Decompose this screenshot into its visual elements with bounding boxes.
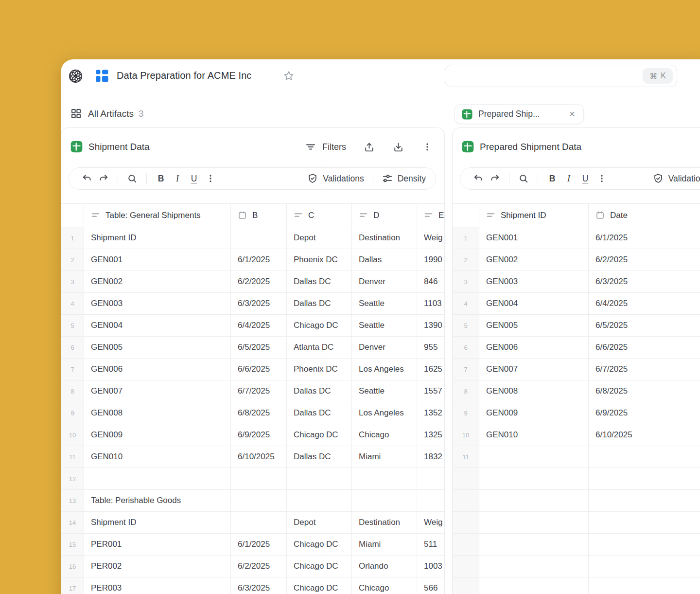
cell[interactable] xyxy=(589,556,700,577)
cell[interactable]: GEN007 xyxy=(479,359,589,380)
format-more-button[interactable] xyxy=(594,170,610,187)
cell[interactable]: 6/8/2025 xyxy=(589,380,700,402)
favorite-star-icon[interactable] xyxy=(282,70,295,82)
bold-button[interactable]: B xyxy=(153,170,169,187)
cell[interactable]: Depot xyxy=(287,227,352,249)
validations-button[interactable]: Validations xyxy=(653,173,700,184)
cell[interactable] xyxy=(479,468,589,489)
cell[interactable]: Seattle xyxy=(352,293,417,314)
cell[interactable]: 6/2/2025 xyxy=(231,271,287,292)
cell[interactable]: Dallas DC xyxy=(287,446,352,468)
global-search[interactable]: ⌘ K xyxy=(445,65,677,87)
cell[interactable]: 846 xyxy=(417,271,444,292)
cell[interactable]: 6/3/2025 xyxy=(589,271,700,292)
cell[interactable]: Dallas DC xyxy=(287,293,352,314)
row-number[interactable]: 7 xyxy=(61,359,84,380)
cell[interactable] xyxy=(479,490,589,511)
row-number[interactable]: 2 xyxy=(61,249,84,270)
cell[interactable]: Chicago DC xyxy=(287,534,352,555)
cell[interactable]: PER002 xyxy=(84,556,231,577)
filters-button[interactable]: Filters xyxy=(305,142,346,152)
cell[interactable]: 6/5/2025 xyxy=(589,315,700,336)
cell[interactable]: 6/2/2025 xyxy=(231,556,287,577)
column-header-e[interactable]: E xyxy=(417,204,444,227)
cell[interactable]: 6/1/2025 xyxy=(589,227,700,249)
cell[interactable] xyxy=(417,490,444,511)
row-number[interactable] xyxy=(453,556,479,577)
cell[interactable]: Weig xyxy=(417,227,444,249)
tab-prepared-shipment-data[interactable]: Prepared Ship... ✕ xyxy=(455,104,584,124)
cell[interactable]: Chicago xyxy=(352,577,417,594)
cell[interactable]: GEN008 xyxy=(84,402,231,424)
cell[interactable]: Dallas DC xyxy=(287,402,352,424)
tab-close-icon[interactable]: ✕ xyxy=(567,109,578,119)
cell[interactable]: 6/3/2025 xyxy=(231,293,287,314)
cell[interactable]: 6/9/2025 xyxy=(589,402,700,424)
cell[interactable]: 1003 xyxy=(417,556,444,577)
density-button[interactable]: Density xyxy=(382,173,426,184)
cell[interactable]: 6/8/2025 xyxy=(231,402,287,424)
cell[interactable]: GEN005 xyxy=(479,315,589,336)
cell[interactable] xyxy=(417,468,444,489)
cell[interactable]: 6/6/2025 xyxy=(589,337,700,358)
row-number[interactable]: 11 xyxy=(61,446,84,468)
cell[interactable]: 6/9/2025 xyxy=(231,424,287,446)
cell[interactable]: 566 xyxy=(417,577,444,594)
cell[interactable]: 1557 xyxy=(417,380,444,402)
cell[interactable]: 1103 xyxy=(417,293,444,314)
row-number[interactable]: 6 xyxy=(453,337,479,358)
cell[interactable]: Denver xyxy=(352,337,417,358)
cell[interactable]: GEN003 xyxy=(479,271,589,292)
cell[interactable]: 6/2/2025 xyxy=(589,249,700,270)
cell[interactable]: GEN004 xyxy=(84,315,231,336)
cell[interactable]: Chicago DC xyxy=(287,556,352,577)
cell[interactable]: GEN002 xyxy=(479,249,589,270)
row-number[interactable]: 5 xyxy=(453,315,479,336)
cell[interactable]: 6/3/2025 xyxy=(231,577,287,594)
cell[interactable]: GEN006 xyxy=(84,359,231,380)
row-number[interactable]: 4 xyxy=(61,293,84,314)
cell[interactable]: GEN010 xyxy=(479,424,589,446)
cell[interactable]: Seattle xyxy=(352,315,417,336)
cell[interactable]: Chicago DC xyxy=(287,577,352,594)
all-artifacts-button[interactable]: All Artifacts 3 xyxy=(70,108,144,119)
cell[interactable]: Chicago DC xyxy=(287,315,352,336)
row-number[interactable] xyxy=(453,490,479,511)
row-number[interactable]: 8 xyxy=(61,380,84,402)
search-cells-button[interactable] xyxy=(515,170,532,187)
row-number[interactable]: 13 xyxy=(61,490,84,511)
cell[interactable]: GEN005 xyxy=(84,337,231,358)
cell[interactable]: 6/4/2025 xyxy=(589,293,700,314)
row-number[interactable]: 7 xyxy=(453,359,479,380)
italic-button[interactable]: I xyxy=(169,170,186,187)
cell[interactable] xyxy=(287,490,352,511)
cell[interactable]: 1352 xyxy=(417,402,444,424)
cell[interactable]: GEN006 xyxy=(479,337,589,358)
row-number[interactable] xyxy=(453,577,479,594)
row-number[interactable]: 2 xyxy=(453,249,479,270)
column-header-shipment-id[interactable]: Shipment ID xyxy=(479,204,589,227)
cell[interactable]: Chicago DC xyxy=(287,424,352,446)
cell[interactable]: GEN003 xyxy=(84,293,231,314)
row-number[interactable]: 3 xyxy=(453,271,479,292)
cell[interactable]: Shipment ID xyxy=(84,512,231,533)
cell[interactable]: 6/10/2025 xyxy=(589,424,700,446)
cell[interactable]: Seattle xyxy=(352,380,417,402)
cell[interactable]: 6/1/2025 xyxy=(231,534,287,555)
cell[interactable]: 1990 xyxy=(417,249,444,270)
cell[interactable]: Denver xyxy=(352,271,417,292)
row-number[interactable]: 9 xyxy=(61,402,84,424)
row-number[interactable]: 9 xyxy=(453,402,479,424)
cell[interactable]: Atlanta DC xyxy=(287,337,352,358)
cell[interactable]: Dallas xyxy=(352,249,417,270)
cell[interactable]: 1325 xyxy=(417,424,444,446)
cell[interactable] xyxy=(479,512,589,533)
row-number[interactable] xyxy=(453,534,479,555)
row-number[interactable]: 17 xyxy=(61,577,84,594)
row-number[interactable]: 5 xyxy=(61,315,84,336)
row-number[interactable]: 8 xyxy=(453,380,479,402)
cell[interactable]: GEN009 xyxy=(479,402,589,424)
upload-button[interactable] xyxy=(363,141,375,153)
row-number[interactable]: 6 xyxy=(61,337,84,358)
cell[interactable]: GEN001 xyxy=(84,249,231,270)
